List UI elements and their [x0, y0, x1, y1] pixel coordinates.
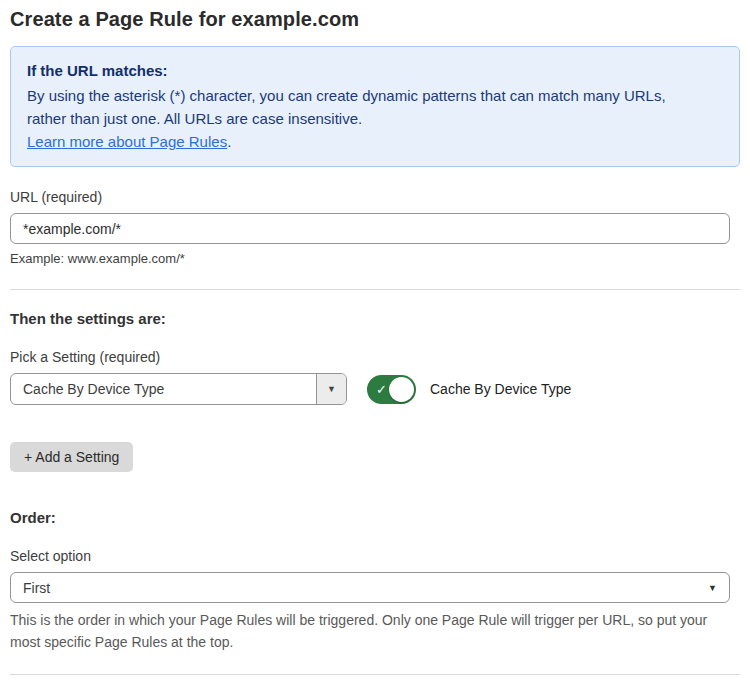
add-setting-button[interactable]: + Add a Setting — [10, 442, 133, 472]
section-divider — [10, 289, 740, 290]
setting-select-arrow-button[interactable]: ▼ — [316, 374, 346, 404]
url-input[interactable] — [10, 213, 730, 244]
link-suffix: . — [227, 133, 231, 150]
chevron-down-icon: ▼ — [708, 583, 717, 593]
order-select[interactable]: First ▼ — [10, 572, 730, 603]
footer-divider — [10, 674, 740, 675]
learn-more-link[interactable]: Learn more about Page Rules — [27, 133, 227, 150]
url-example-helper: Example: www.example.com/* — [10, 251, 740, 266]
url-field-label: URL (required) — [10, 189, 740, 205]
page-rule-form: Create a Page Rule for example.com If th… — [0, 0, 750, 688]
order-helper-text: This is the order in which your Page Rul… — [10, 609, 732, 653]
setting-row: Cache By Device Type ▼ ✓ Cache By Device… — [10, 373, 740, 405]
check-icon: ✓ — [376, 382, 387, 397]
info-box-body: By using the asterisk (*) character, you… — [27, 84, 707, 130]
toggle-label: Cache By Device Type — [430, 381, 571, 397]
info-box-link-line: Learn more about Page Rules. — [27, 130, 723, 153]
url-match-info-box: If the URL matches: By using the asteris… — [10, 46, 740, 167]
toggle-knob — [389, 377, 414, 402]
order-section-heading: Order: — [10, 509, 740, 526]
info-box-heading: If the URL matches: — [27, 59, 723, 82]
chevron-down-icon: ▼ — [327, 384, 336, 394]
page-title: Create a Page Rule for example.com — [10, 8, 740, 31]
settings-section-heading: Then the settings are: — [10, 310, 740, 327]
pick-setting-label: Pick a Setting (required) — [10, 349, 740, 365]
order-select-label: Select option — [10, 548, 740, 564]
cache-device-type-toggle[interactable]: ✓ — [367, 375, 416, 404]
setting-select[interactable]: Cache By Device Type ▼ — [10, 373, 347, 405]
setting-select-value: Cache By Device Type — [11, 374, 316, 404]
order-select-value: First — [23, 580, 50, 596]
